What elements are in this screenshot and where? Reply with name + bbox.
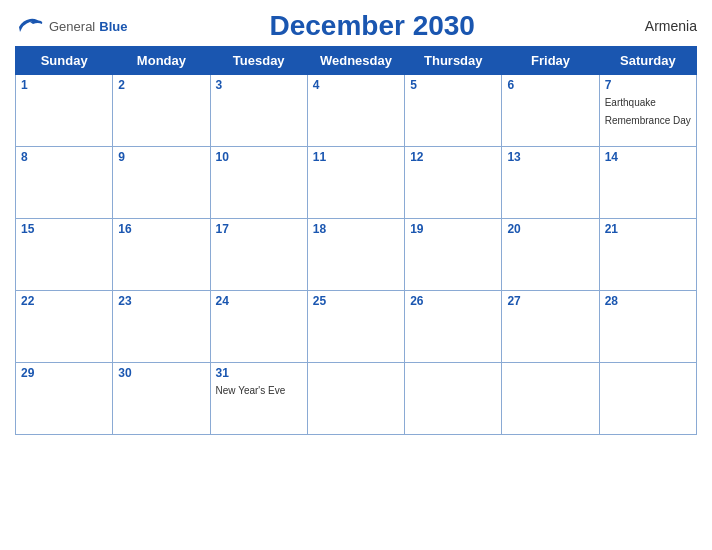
day-number: 26 [410,294,496,308]
day-number: 21 [605,222,691,236]
calendar-cell: 3 [210,75,307,147]
logo-bird-icon [15,14,45,38]
day-number: 15 [21,222,107,236]
day-number: 9 [118,150,204,164]
day-number: 23 [118,294,204,308]
calendar-cell: 1 [16,75,113,147]
logo-blue-text: Blue [99,19,127,34]
logo: GeneralBlue [15,14,127,38]
calendar-cell: 23 [113,291,210,363]
day-number: 28 [605,294,691,308]
day-number: 25 [313,294,399,308]
calendar-cell: 19 [405,219,502,291]
calendar-cell: 30 [113,363,210,435]
day-number: 2 [118,78,204,92]
logo-general-text: General [49,19,95,34]
header-thursday: Thursday [405,47,502,75]
day-number: 18 [313,222,399,236]
day-number: 27 [507,294,593,308]
day-number: 7 [605,78,691,92]
calendar-table: Sunday Monday Tuesday Wednesday Thursday… [15,46,697,435]
calendar-cell: 12 [405,147,502,219]
header-top: GeneralBlue December 2030 Armenia [15,10,697,42]
calendar-cell: 24 [210,291,307,363]
calendar-cell: 6 [502,75,599,147]
calendar-cell: 13 [502,147,599,219]
calendar-cell: 4 [307,75,404,147]
calendar-cell: 20 [502,219,599,291]
day-number: 3 [216,78,302,92]
calendar-cell: 15 [16,219,113,291]
day-number: 1 [21,78,107,92]
day-number: 20 [507,222,593,236]
month-title: December 2030 [127,10,617,42]
calendar-cell [307,363,404,435]
day-number: 16 [118,222,204,236]
day-number: 8 [21,150,107,164]
calendar-week-row: 22232425262728 [16,291,697,363]
calendar-cell: 25 [307,291,404,363]
day-number: 29 [21,366,107,380]
calendar-week-row: 891011121314 [16,147,697,219]
calendar-cell: 10 [210,147,307,219]
calendar-cell: 8 [16,147,113,219]
day-number: 11 [313,150,399,164]
calendar-cell: 5 [405,75,502,147]
calendar-cell: 11 [307,147,404,219]
day-number: 14 [605,150,691,164]
calendar-cell: 26 [405,291,502,363]
country-label: Armenia [617,18,697,34]
header-saturday: Saturday [599,47,696,75]
calendar-week-row: 293031New Year's Eve [16,363,697,435]
calendar-week-row: 15161718192021 [16,219,697,291]
day-number: 4 [313,78,399,92]
calendar-cell: 22 [16,291,113,363]
calendar-cell: 9 [113,147,210,219]
day-number: 17 [216,222,302,236]
weekday-header-row: Sunday Monday Tuesday Wednesday Thursday… [16,47,697,75]
day-number: 13 [507,150,593,164]
day-number: 19 [410,222,496,236]
calendar-cell: 2 [113,75,210,147]
calendar-cell: 28 [599,291,696,363]
calendar-cell: 29 [16,363,113,435]
calendar-cell [405,363,502,435]
calendar-cell [502,363,599,435]
calendar-cell: 31New Year's Eve [210,363,307,435]
day-number: 6 [507,78,593,92]
header-monday: Monday [113,47,210,75]
calendar-cell: 14 [599,147,696,219]
day-number: 5 [410,78,496,92]
header-friday: Friday [502,47,599,75]
day-number: 10 [216,150,302,164]
day-number: 31 [216,366,302,380]
calendar-week-row: 1234567Earthquake Remembrance Day [16,75,697,147]
calendar-cell: 27 [502,291,599,363]
event-label: Earthquake Remembrance Day [605,97,691,126]
day-number: 24 [216,294,302,308]
header-sunday: Sunday [16,47,113,75]
header-tuesday: Tuesday [210,47,307,75]
calendar-cell: 7Earthquake Remembrance Day [599,75,696,147]
calendar-cell: 16 [113,219,210,291]
day-number: 12 [410,150,496,164]
header-wednesday: Wednesday [307,47,404,75]
calendar-cell: 17 [210,219,307,291]
calendar-cell: 21 [599,219,696,291]
day-number: 22 [21,294,107,308]
calendar-cell [599,363,696,435]
day-number: 30 [118,366,204,380]
calendar-cell: 18 [307,219,404,291]
event-label: New Year's Eve [216,385,286,396]
